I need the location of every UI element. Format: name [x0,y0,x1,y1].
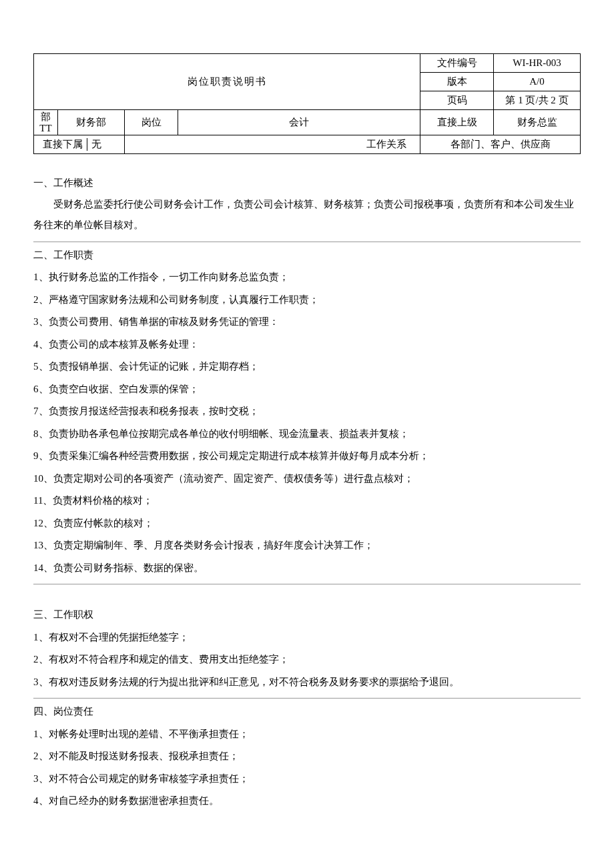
header-table: 岗位职责说明书 文件编号 WI-HR-003 版本 A/0 页码 第 1 页/共… [33,53,581,154]
list-item: 8、负责协助各承包单位按期完成各单位的收付明细帐、现金流量表、损益表并复核； [33,424,581,445]
list-item: 1、对帐务处理时出现的差错、不平衡承担责任； [33,724,581,745]
position-label: 岗位 [125,110,178,135]
doc-no: WI-HR-003 [494,54,581,73]
list-item: 9、负责采集汇编各种经营费用数据，按公司规定定期进行成本核算并做好每月成本分析； [33,446,581,467]
list-item: 1、有权对不合理的凭据拒绝签字； [33,627,581,648]
doc-no-label: 文件编号 [420,54,494,73]
list-item: 7、负责按月报送经营报表和税务报表，按时交税； [33,401,581,422]
relation: 各部门、客户、供应商 [420,135,581,154]
list-item: 10、负责定期对公司的各项资产（流动资产、固定资产、债权债务等）进行盘点核对； [33,468,581,490]
list-item: 14、负责公司财务指标、数据的保密。 [33,558,581,579]
supervisor: 财务总监 [494,110,581,135]
list-item: 1、执行财务总监的工作指令，一切工作向财务总监负责； [33,267,581,288]
subordinate-label: 直接下属无 [34,135,125,154]
list-item: 13、负责定期编制年、季、月度各类财务会计报表，搞好年度会计决算工作； [33,535,581,556]
dept-label: 部 TT [34,110,58,135]
section-3-title: 三、工作职权 [33,604,581,626]
position: 会计 [178,110,420,135]
list-item: 3、负责公司费用、销售单据的审核及财务凭证的管理： [33,312,581,333]
page-label: 页码 [420,91,494,110]
version: A/0 [494,73,581,91]
section-4-title: 四、岗位责任 [33,701,581,723]
list-item: 4、负责公司的成本核算及帐务处理： [33,334,581,356]
page: 第 1 页/共 2 页 [494,91,581,110]
divider [33,698,581,699]
list-item: 12、负责应付帐款的核对； [33,513,581,534]
divider [33,584,581,584]
list-item: 2、对不能及时报送财务报表、报税承担责任； [33,746,581,767]
list-item: 11、负责材料价格的核对； [33,490,581,512]
doc-title: 岗位职责说明书 [34,54,420,110]
divider [33,242,581,242]
section-2-title: 二、工作职责 [33,245,581,266]
list-item: 3、对不符合公司规定的财务审核签字承担责任； [33,769,581,790]
version-label: 版本 [420,73,494,91]
list-item: 6、负责空白收据、空白发票的保管； [33,379,581,400]
list-item: 2、有权对不符合程序和规定的借支、费用支出拒绝签字； [33,649,581,671]
list-item: 2、严格遵守国家财务法规和公司财务制度，认真履行工作职责； [33,290,581,311]
list-item: 3、有权对违反财务法规的行为提出批评和纠正意见，对不符合税务及财务要求的票据给予… [33,672,581,693]
list-item: 5、负责报销单据、会计凭证的记账，并定期存档； [33,356,581,378]
supervisor-label: 直接上级 [420,110,494,135]
relation-label: 工作关系 [125,135,420,154]
section-1-title: 一、工作概述 [33,173,581,194]
document-body: 一、工作概述 受财务总监委托行使公司财务会计工作，负责公司会计核算、财务核算；负… [33,173,581,812]
section-1-body: 受财务总监委托行使公司财务会计工作，负责公司会计核算、财务核算；负责公司报税事项… [33,194,581,236]
list-item: 4、对自己经办的财务数据泄密承担责任。 [33,791,581,812]
dept: 财务部 [58,110,125,135]
